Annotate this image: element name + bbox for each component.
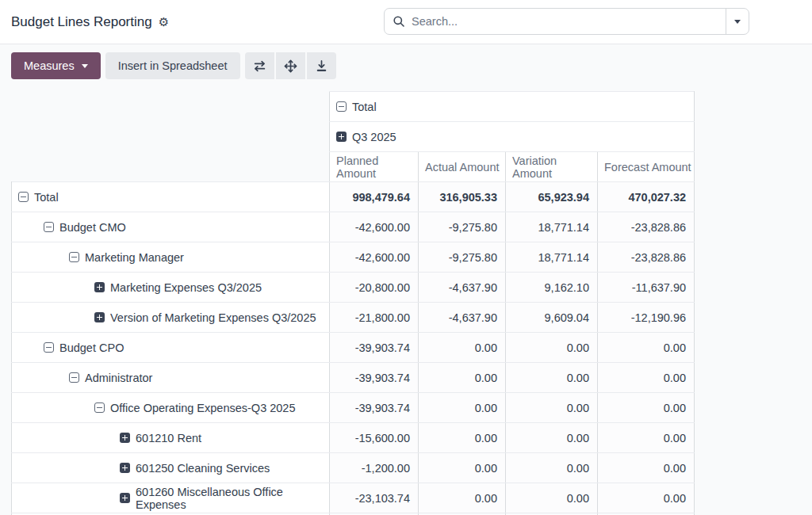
table-row: Version of Marketing Expenses Q3/2025 -2… xyxy=(12,303,695,333)
expand-icon xyxy=(336,132,347,142)
cell-value: -9,275.80 xyxy=(419,212,506,242)
pivot-actions-group xyxy=(245,52,336,79)
measure-header-planned[interactable]: Planned Amount xyxy=(330,152,419,182)
table-row: 601250 Cleaning Services -1,200.00 0.00 … xyxy=(12,453,695,483)
cell-value: -1,200.00 xyxy=(330,453,419,483)
expand-icon xyxy=(120,493,130,503)
search-icon xyxy=(393,15,405,28)
collapse-icon xyxy=(18,192,29,202)
col-group-row-total: Total xyxy=(12,92,695,122)
cell-value: -11,637.90 xyxy=(598,273,695,303)
row-label: Budget CMO xyxy=(59,221,126,234)
arrows-move-icon xyxy=(284,59,297,73)
pivot-corner-empty xyxy=(12,92,330,122)
control-bar: Measures Insert in Spreadsheet xyxy=(0,44,812,87)
measures-button[interactable]: Measures xyxy=(11,52,101,79)
row-label: Administrator xyxy=(85,372,152,384)
row-label: Total xyxy=(34,191,59,204)
cell-value: 0.00 xyxy=(598,333,695,363)
pivot-corner-empty xyxy=(12,152,330,182)
cell-value: 9,162.10 xyxy=(506,273,598,303)
cell-value: 0.00 xyxy=(419,423,506,453)
collapse-icon xyxy=(94,402,105,413)
search-dropdown-toggle[interactable] xyxy=(726,9,749,34)
row-label-cell[interactable]: Administrator xyxy=(12,363,330,393)
col-header-period[interactable]: Q3 2025 xyxy=(330,122,695,152)
row-label-cell[interactable]: 601210 Rent xyxy=(12,423,330,453)
page-title: Budget Lines Reporting xyxy=(11,14,152,30)
cell-value: -39,903.74 xyxy=(330,363,419,393)
cell-value: 0.00 xyxy=(419,333,506,363)
cell-value: 0.00 xyxy=(419,393,506,423)
cell-value: -39,903.74 xyxy=(330,333,419,363)
cell-value: 0.00 xyxy=(598,393,695,423)
breadcrumb: Budget Lines Reporting ⚙ xyxy=(11,14,169,30)
row-label-cell[interactable]: Budget CMO xyxy=(12,212,330,242)
row-label-cell[interactable]: Version of Marketing Expenses Q3/2025 xyxy=(12,303,330,333)
table-row: Marketing Manager -42,600.00 -9,275.80 1… xyxy=(12,242,695,273)
row-label-cell[interactable]: Office Operating Expenses-Q3 2025 xyxy=(12,393,330,423)
row-label: 601260 Miscellaneous Office Expenses xyxy=(136,486,329,511)
measure-header-actual[interactable]: Actual Amount xyxy=(419,152,506,182)
flip-axis-button[interactable] xyxy=(245,52,274,79)
cell-value: -42,600.00 xyxy=(330,212,419,242)
cell-value: -12,190.96 xyxy=(598,303,695,333)
row-label-cell[interactable]: Marketing Manager xyxy=(12,242,330,273)
row-label: Budget CPO xyxy=(59,341,124,354)
cell-value: 9,609.04 xyxy=(506,303,598,333)
row-label: Version of Marketing Expenses Q3/2025 xyxy=(110,311,316,324)
table-row: Administrator -39,903.74 0.00 0.00 0.00 xyxy=(12,363,695,393)
row-label-cell[interactable]: Marketing Expenses Q3/2025 xyxy=(12,273,330,303)
row-label: Marketing Expenses Q3/2025 xyxy=(110,281,262,294)
cell-value: 998,479.64 xyxy=(330,182,419,212)
cell-value: 470,027.32 xyxy=(598,182,695,212)
insert-in-spreadsheet-label: Insert in Spreadsheet xyxy=(118,59,228,72)
cell-value: 18,771.14 xyxy=(506,212,598,242)
caret-down-icon xyxy=(734,20,741,24)
cell-value: -21,800.00 xyxy=(330,303,419,333)
table-row: Budget CPO -39,903.74 0.00 0.00 0.00 xyxy=(12,333,695,363)
cell-value: 0.00 xyxy=(419,453,506,483)
row-label: 601210 Rent xyxy=(136,432,201,444)
row-label: Marketing Manager xyxy=(85,251,184,264)
expand-icon xyxy=(120,433,130,443)
download-button[interactable] xyxy=(307,52,336,79)
expand-icon xyxy=(94,312,105,322)
table-row: 601210 Rent -15,600.00 0.00 0.00 0.00 xyxy=(12,423,695,453)
gear-icon[interactable]: ⚙ xyxy=(159,16,169,28)
measure-header-variation[interactable]: Variation Amount xyxy=(506,152,598,182)
row-label-cell[interactable]: 601250 Cleaning Services xyxy=(12,453,330,483)
measures-header-row: Planned Amount Actual Amount Variation A… xyxy=(12,152,695,182)
row-label-cell[interactable]: 601260 Miscellaneous Office Expenses xyxy=(12,483,330,513)
col-header-total-label: Total xyxy=(352,101,377,113)
pivot-table: Total Q3 2025 Planned Amount Actual Amou… xyxy=(11,91,695,515)
cell-value: 0.00 xyxy=(598,453,695,483)
cell-value: -4,637.90 xyxy=(419,273,506,303)
expand-icon xyxy=(120,463,130,473)
cell-value: -15,600.00 xyxy=(330,423,419,453)
top-bar: Budget Lines Reporting ⚙ xyxy=(0,0,812,44)
row-label-cell[interactable]: Total xyxy=(12,182,330,212)
flip-axis-icon xyxy=(253,59,266,73)
cell-value: 65,923.94 xyxy=(506,182,598,212)
measures-button-label: Measures xyxy=(24,59,75,72)
cell-value: -42,600.00 xyxy=(330,242,419,273)
cell-value: -23,828.86 xyxy=(598,212,695,242)
expand-all-button[interactable] xyxy=(276,52,305,79)
cell-value: 316,905.33 xyxy=(419,182,506,212)
search-input[interactable] xyxy=(412,15,718,28)
col-header-total[interactable]: Total xyxy=(330,92,695,122)
table-row: Office Operating Expenses-Q3 2025 -39,90… xyxy=(12,393,695,423)
insert-in-spreadsheet-button[interactable]: Insert in Spreadsheet xyxy=(105,52,240,79)
cell-value: 0.00 xyxy=(506,393,598,423)
cell-value: 0.00 xyxy=(506,333,598,363)
cell-value: 0.00 xyxy=(506,363,598,393)
cell-value: -4,637.90 xyxy=(419,303,506,333)
row-label-cell[interactable]: Budget CPO xyxy=(12,333,330,363)
cell-value: -23,103.74 xyxy=(330,483,419,513)
measure-header-forecast[interactable]: Forecast Amount xyxy=(598,152,695,182)
cell-value: 0.00 xyxy=(506,483,598,513)
cell-value: 0.00 xyxy=(419,483,506,513)
pivot-view: Total Q3 2025 Planned Amount Actual Amou… xyxy=(11,91,812,515)
cell-value: 18,771.14 xyxy=(506,242,598,273)
